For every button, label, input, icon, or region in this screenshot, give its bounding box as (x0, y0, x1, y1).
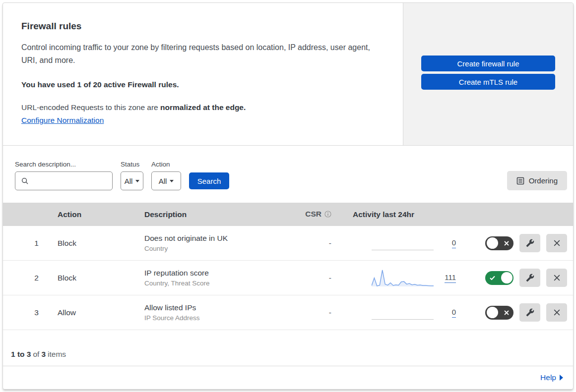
wrench-icon (526, 239, 534, 247)
activity-sparkline (372, 302, 434, 323)
action-column-header: Action (50, 210, 137, 219)
toggle-knob (501, 272, 512, 283)
toggle-knob (487, 307, 498, 318)
actions-panel: Create firewall rule Create mTLS rule (403, 3, 573, 145)
rule-priority: 2 (3, 274, 50, 282)
close-icon (553, 239, 561, 247)
status-dropdown[interactable]: All (121, 171, 143, 190)
description-column-header: Description (137, 210, 296, 219)
csr-header-label: CSR (305, 210, 321, 218)
activity-count-link[interactable]: 0 (452, 238, 456, 248)
delete-rule-button[interactable] (546, 303, 567, 322)
rule-enabled-toggle[interactable] (485, 271, 513, 285)
usage-summary: You have used 1 of 20 active Firewall ru… (21, 80, 383, 89)
search-icon (21, 177, 29, 185)
table-row: 1 Block Does not originate in UK Country… (3, 226, 573, 261)
rule-csr-value: - (296, 274, 345, 282)
edit-rule-button[interactable] (519, 234, 540, 252)
pagination-of: of (33, 350, 39, 359)
x-icon (504, 310, 509, 315)
list-document-icon (516, 177, 524, 185)
chevron-down-icon (170, 180, 174, 182)
wrench-icon (526, 308, 534, 317)
rule-priority: 1 (3, 239, 50, 248)
ordering-button[interactable]: Ordering (507, 171, 567, 190)
activity-count-link[interactable]: 0 (452, 308, 456, 318)
table-row: 2 Block IP reputation score Country, Thr… (3, 261, 573, 295)
create-mtls-rule-button[interactable]: Create mTLS rule (421, 74, 555, 90)
activity-sparkline (372, 268, 434, 288)
search-input-wrapper[interactable] (15, 171, 113, 190)
pagination-summary: 1 to 3 of 3 items (3, 330, 573, 366)
status-dropdown-value: All (125, 177, 133, 185)
pagination-total: 3 (41, 350, 46, 359)
filter-bar: Search description... Status All Action … (3, 146, 573, 203)
rule-action: Block (50, 239, 137, 248)
action-dropdown[interactable]: All (151, 171, 181, 190)
page-title: Firewall rules (21, 21, 383, 32)
csr-column-header: CSR (296, 210, 345, 220)
edit-rule-button[interactable] (519, 269, 540, 287)
action-dropdown-value: All (159, 177, 167, 185)
x-icon (504, 241, 509, 246)
chevron-down-icon (135, 180, 139, 182)
header-text-panel: Firewall rules Control incoming traffic … (3, 3, 403, 145)
edit-rule-button[interactable] (519, 303, 540, 322)
table-row: 3 Allow Allow listed IPs IP Source Addre… (3, 295, 573, 330)
delete-rule-button[interactable] (546, 234, 567, 252)
rule-csr-value: - (296, 308, 345, 317)
table-header-row: Action Description CSR Activity last 24h… (3, 203, 573, 226)
close-icon (553, 309, 561, 316)
help-link[interactable]: Help (540, 373, 563, 382)
rule-description: IP reputation score (144, 269, 296, 278)
activity-sparkline (372, 233, 434, 254)
ordering-button-label: Ordering (529, 176, 558, 185)
delete-rule-button[interactable] (546, 269, 567, 287)
rule-enabled-toggle[interactable] (485, 236, 513, 250)
close-icon (553, 274, 561, 281)
page-description: Control incoming traffic to your zone by… (21, 41, 383, 67)
pagination-range: 1 to 3 (11, 350, 31, 359)
toggle-knob (487, 237, 498, 249)
firewall-rules-card: Firewall rules Control incoming traffic … (2, 2, 574, 390)
header-section: Firewall rules Control incoming traffic … (3, 3, 573, 146)
rule-enabled-toggle[interactable] (485, 306, 513, 320)
configure-normalization-link[interactable]: Configure Normalization (21, 116, 104, 124)
rule-criteria: IP Source Address (144, 314, 296, 322)
rule-description: Allow listed IPs (144, 303, 296, 312)
rule-action: Block (50, 274, 137, 282)
status-label: Status (121, 161, 143, 168)
rule-action: Allow (50, 308, 137, 317)
normalization-note-text: URL-encoded Requests to this zone are (21, 103, 160, 112)
create-firewall-rule-button[interactable]: Create firewall rule (421, 56, 555, 71)
activity-column-header: Activity last 24hr (345, 210, 464, 219)
info-icon[interactable] (324, 211, 331, 220)
help-bar: Help (3, 366, 573, 389)
action-label: Action (151, 161, 181, 168)
search-button[interactable]: Search (189, 172, 229, 189)
help-link-label: Help (540, 373, 556, 382)
rule-description: Does not originate in UK (144, 234, 296, 243)
activity-count-link[interactable]: 111 (445, 273, 456, 283)
arrow-right-icon (560, 375, 563, 381)
wrench-icon (526, 274, 534, 282)
normalization-note: URL-encoded Requests to this zone are no… (21, 103, 383, 112)
pagination-items: items (48, 350, 66, 359)
search-input[interactable] (33, 177, 108, 185)
check-icon (490, 276, 495, 280)
rule-priority: 3 (3, 308, 50, 317)
rule-csr-value: - (296, 239, 345, 248)
rule-criteria: Country, Threat Score (144, 280, 296, 287)
normalization-note-bold: normalized at the edge. (160, 103, 246, 112)
rule-criteria: Country (144, 245, 296, 252)
search-label: Search description... (15, 161, 113, 168)
